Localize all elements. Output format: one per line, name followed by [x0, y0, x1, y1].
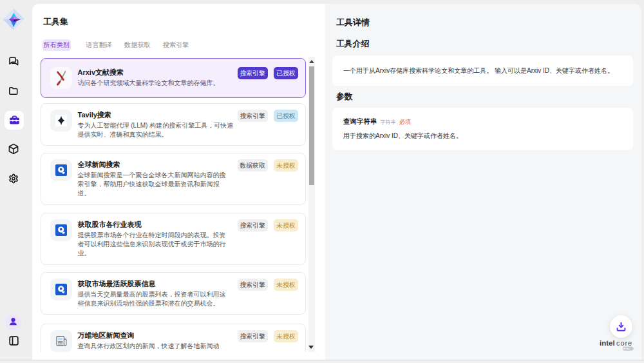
svg-text:core: core [616, 339, 632, 347]
svg-text:intel: intel [600, 339, 615, 347]
svg-text:ULTRA 5: ULTRA 5 [625, 348, 634, 350]
